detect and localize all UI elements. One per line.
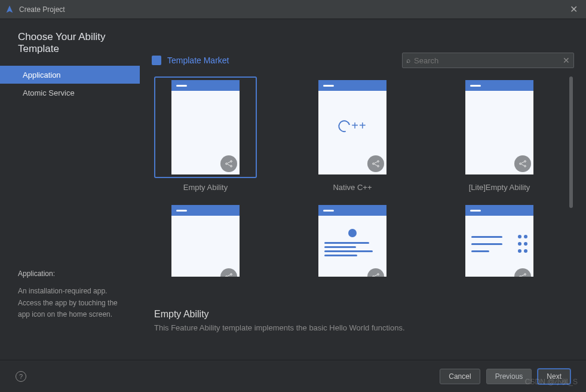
svg-point-0 <box>226 163 228 165</box>
sidebar: Choose Your Ability Template Application… <box>0 19 140 359</box>
previous-button[interactable]: Previous <box>486 369 532 384</box>
template-description: Empty Ability This Feature Ability templ… <box>152 309 574 332</box>
market-icon <box>152 56 161 65</box>
template-grid-viewport: Empty Ability ++ Native C++ <box>152 76 574 299</box>
svg-point-16 <box>524 274 526 275</box>
search-box[interactable]: ⌕ ✕ <box>402 53 574 68</box>
grid-scrollbar[interactable] <box>569 76 573 296</box>
template-label: Empty Ability <box>183 183 228 192</box>
window-title: Create Project <box>19 5 65 14</box>
template-card-5[interactable] <box>301 203 404 279</box>
svg-point-8 <box>524 166 526 167</box>
svg-point-10 <box>231 274 232 275</box>
template-card-native-cpp[interactable]: ++ <box>301 76 404 178</box>
template-card-wrap <box>301 203 404 279</box>
page-title: Choose Your Ability Template <box>0 31 140 66</box>
svg-point-6 <box>520 163 521 165</box>
share-badge-icon <box>514 155 531 172</box>
svg-point-4 <box>378 161 379 163</box>
template-label: [Lite]Empty Ability <box>469 183 530 192</box>
template-label: Native C++ <box>333 183 372 192</box>
svg-point-15 <box>520 276 521 277</box>
svg-point-2 <box>231 166 232 167</box>
template-card-6[interactable] <box>448 203 551 279</box>
sidebar-item-label: Application <box>23 71 61 79</box>
template-market-link[interactable]: Template Market <box>167 56 229 65</box>
search-input[interactable] <box>414 56 563 65</box>
content-header: Template Market ⌕ ✕ <box>152 53 574 68</box>
close-icon[interactable]: ✕ <box>566 4 581 15</box>
selected-template-title: Empty Ability <box>154 309 574 320</box>
content: Template Market ⌕ ✕ <box>140 19 586 359</box>
next-button[interactable]: Next <box>538 369 570 384</box>
titlebar: Create Project ✕ <box>0 0 586 19</box>
sidebar-info-title: Application: <box>18 268 131 280</box>
share-badge-icon <box>220 155 237 172</box>
main-area: Choose Your Ability Template Application… <box>0 19 586 359</box>
svg-point-3 <box>373 163 375 165</box>
template-card-wrap <box>448 203 551 279</box>
template-grid: Empty Ability ++ Native C++ <box>152 76 574 279</box>
search-icon: ⌕ <box>406 56 410 65</box>
selected-template-desc: This Feature Ability template implements… <box>154 323 574 332</box>
app-logo-icon <box>5 5 14 14</box>
sidebar-item-atomic-service[interactable]: Atomic Service <box>0 84 140 102</box>
template-card-empty-ability[interactable] <box>154 76 257 178</box>
share-badge-icon <box>514 268 531 277</box>
svg-point-12 <box>373 276 375 277</box>
clear-search-icon[interactable]: ✕ <box>563 56 570 65</box>
template-card-wrap: Empty Ability <box>154 76 257 192</box>
template-card-wrap <box>154 203 257 279</box>
template-card-lite-empty[interactable] <box>448 76 551 178</box>
sidebar-info: Application: An installation-required ap… <box>18 268 131 320</box>
help-icon[interactable]: ? <box>16 371 26 382</box>
svg-point-5 <box>378 166 379 167</box>
template-card-wrap: [Lite]Empty Ability <box>448 76 551 192</box>
sidebar-item-label: Atomic Service <box>23 88 75 97</box>
template-card-wrap: ++ Native C++ <box>301 76 404 192</box>
share-badge-icon <box>367 268 384 277</box>
footer: ? Cancel Previous Next <box>0 360 586 392</box>
svg-point-9 <box>226 276 228 277</box>
svg-point-7 <box>524 161 526 163</box>
cpp-icon: ++ <box>338 119 366 133</box>
scrollbar-thumb[interactable] <box>569 76 573 208</box>
sidebar-item-application[interactable]: Application <box>0 66 140 84</box>
svg-point-1 <box>231 161 232 163</box>
template-card-4[interactable] <box>154 203 257 279</box>
cancel-button[interactable]: Cancel <box>440 369 480 384</box>
share-badge-icon <box>220 268 237 277</box>
share-badge-icon <box>367 155 384 172</box>
svg-point-13 <box>378 274 379 275</box>
sidebar-info-body: An installation-required app. Access the… <box>18 286 131 320</box>
